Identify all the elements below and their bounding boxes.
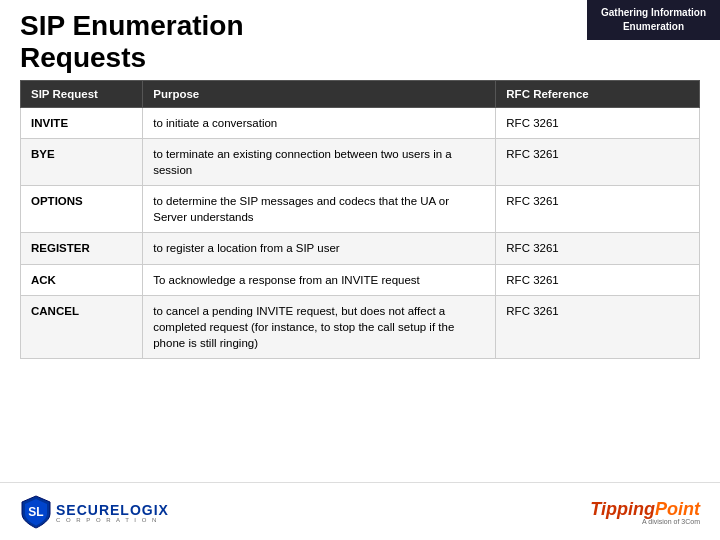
cell-purpose: to determine the SIP messages and codecs…: [143, 186, 496, 233]
cell-purpose: to terminate an existing connection betw…: [143, 139, 496, 186]
table-row: INVITEto initiate a conversationRFC 3261: [21, 108, 700, 139]
cell-request: BYE: [21, 139, 143, 186]
secure-logix-logo: SL SecureLogix C O R P O R A T I O N: [20, 494, 169, 530]
cell-purpose: to cancel a pending INVITE request, but …: [143, 295, 496, 358]
cell-purpose: to initiate a conversation: [143, 108, 496, 139]
table-container: SIP Request Purpose RFC Reference INVITE…: [20, 80, 700, 480]
cell-rfc: RFC 3261: [496, 108, 700, 139]
page-title: SIP Enumeration Requests: [20, 10, 244, 74]
svg-text:SL: SL: [28, 505, 43, 519]
banner-line1: Gathering Information: [601, 7, 706, 18]
footer: SL SecureLogix C O R P O R A T I O N Tip…: [0, 482, 720, 540]
sip-table: SIP Request Purpose RFC Reference INVITE…: [20, 80, 700, 359]
table-row: OPTIONSto determine the SIP messages and…: [21, 186, 700, 233]
tipping-point-logo: TippingPoint A division of 3Com: [590, 499, 700, 525]
cell-rfc: RFC 3261: [496, 295, 700, 358]
header-purpose: Purpose: [143, 81, 496, 108]
table-row: REGISTERto register a location from a SI…: [21, 233, 700, 264]
header-request: SIP Request: [21, 81, 143, 108]
cell-purpose: To acknowledge a response from an INVITE…: [143, 264, 496, 295]
shield-icon: SL: [20, 494, 52, 530]
banner-line2: Enumeration: [623, 21, 684, 32]
cell-request: ACK: [21, 264, 143, 295]
cell-rfc: RFC 3261: [496, 233, 700, 264]
cell-request: OPTIONS: [21, 186, 143, 233]
cell-rfc: RFC 3261: [496, 264, 700, 295]
cell-rfc: RFC 3261: [496, 139, 700, 186]
table-header-row: SIP Request Purpose RFC Reference: [21, 81, 700, 108]
table-row: BYEto terminate an existing connection b…: [21, 139, 700, 186]
cell-request: REGISTER: [21, 233, 143, 264]
cell-request: CANCEL: [21, 295, 143, 358]
footer-left: SL SecureLogix C O R P O R A T I O N: [20, 494, 169, 530]
table-row: CANCELto cancel a pending INVITE request…: [21, 295, 700, 358]
cell-rfc: RFC 3261: [496, 186, 700, 233]
table-row: ACKTo acknowledge a response from an INV…: [21, 264, 700, 295]
secure-logix-text: SecureLogix C O R P O R A T I O N: [56, 501, 169, 523]
cell-request: INVITE: [21, 108, 143, 139]
cell-purpose: to register a location from a SIP user: [143, 233, 496, 264]
header-rfc: RFC Reference: [496, 81, 700, 108]
top-banner: Gathering Information Enumeration: [587, 0, 720, 40]
